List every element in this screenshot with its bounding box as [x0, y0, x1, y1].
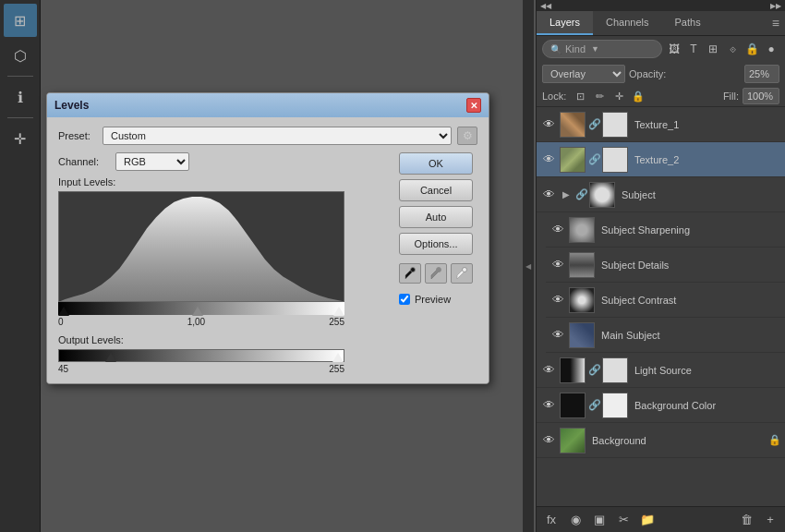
- layer-subject-sharpening[interactable]: 👁 Subject Sharpening: [546, 212, 785, 248]
- left-sidebar: ⊞ ⬡ ℹ ✛: [0, 0, 41, 532]
- svg-point-0: [411, 268, 416, 272]
- add-fx-button[interactable]: fx: [542, 511, 561, 529]
- panel-expand-right-icon[interactable]: ▶▶: [770, 2, 781, 10]
- eyedropper-icon: [455, 266, 468, 281]
- layer-thumbnail: [560, 112, 586, 138]
- filter-dot-icon[interactable]: ●: [763, 41, 779, 57]
- new-group-button[interactable]: 📁: [638, 511, 657, 529]
- layer-mask-thumbnail: [602, 393, 628, 418]
- layer-background[interactable]: 👁 Background 🔒: [537, 423, 785, 458]
- layer-name: Texture_2: [634, 154, 781, 165]
- layer-visibility-eye[interactable]: 👁: [540, 432, 557, 449]
- eyedropper-row: [399, 263, 477, 284]
- move-tool-icon[interactable]: ✛: [4, 122, 37, 155]
- gray-eyedropper-button[interactable]: [425, 263, 447, 284]
- preset-row: Preset: Custom ⚙: [58, 127, 477, 145]
- dialog-content: Channel: RGB Input Levels:: [58, 152, 477, 374]
- properties-icon[interactable]: ⬡: [4, 39, 37, 72]
- layer-background-color[interactable]: 👁 🔗 Background Color: [537, 388, 785, 423]
- layer-kind-dropdown[interactable]: 🔍 Kind ▼: [542, 40, 662, 58]
- tab-channels[interactable]: Channels: [593, 11, 661, 35]
- input-levels-label: Input Levels:: [58, 176, 390, 187]
- delete-layer-button[interactable]: 🗑: [737, 511, 755, 529]
- blend-mode-select[interactable]: Overlay: [542, 65, 625, 83]
- layer-visibility-eye[interactable]: 👁: [540, 187, 557, 203]
- lock-paint-icon[interactable]: ✏: [591, 88, 608, 104]
- panel-tabs: Layers Channels Paths ≡: [537, 11, 785, 36]
- input-slider-numbers: 0 1,00 255: [58, 317, 344, 327]
- layers-list: 👁 🔗 Texture_1 👁 🔗 Texture_2 👁 ▶ 🔗 Subjec…: [537, 107, 785, 506]
- lock-pixels-icon[interactable]: ⊡: [572, 88, 588, 104]
- tab-paths[interactable]: Paths: [662, 11, 714, 35]
- layer-visibility-eye[interactable]: 👁: [550, 292, 566, 308]
- channel-select[interactable]: RGB: [115, 152, 189, 171]
- input-max-value: 255: [329, 317, 344, 327]
- layer-link-icon: 🔗: [575, 188, 586, 200]
- output-black-slider[interactable]: [105, 353, 116, 362]
- filter-icons-row: 🖼 T ⊞ ⟐ 🔒 ●: [666, 41, 779, 57]
- layer-visibility-eye[interactable]: 👁: [540, 362, 557, 379]
- white-eyedropper-button[interactable]: [451, 263, 473, 284]
- ok-button[interactable]: OK: [399, 152, 473, 175]
- layer-subject-folder[interactable]: 👁 ▶ 🔗 Subject: [537, 177, 785, 212]
- filter-shape-icon[interactable]: ⊞: [705, 41, 721, 57]
- mid-input-slider[interactable]: [192, 307, 203, 316]
- layer-visibility-eye[interactable]: 👁: [550, 222, 566, 238]
- layer-texture1[interactable]: 👁 🔗 Texture_1: [537, 107, 785, 142]
- filter-locked-icon[interactable]: 🔒: [743, 41, 760, 57]
- clipping-mask-button[interactable]: ✂: [614, 511, 633, 529]
- output-max-value: 255: [329, 364, 344, 374]
- fill-input[interactable]: [743, 88, 779, 104]
- output-white-slider[interactable]: [332, 353, 344, 362]
- panel-menu-button[interactable]: ≡: [772, 11, 785, 35]
- adjustment-layer-button[interactable]: ▣: [590, 511, 609, 529]
- white-input-slider[interactable]: [333, 307, 344, 316]
- layer-mask-thumbnail: [602, 147, 628, 173]
- layer-visibility-eye[interactable]: 👁: [540, 116, 557, 133]
- cancel-button[interactable]: Cancel: [399, 179, 473, 201]
- layers-panel-icon[interactable]: ⊞: [4, 4, 37, 37]
- layer-thumbnail: [569, 287, 595, 313]
- options-button[interactable]: Options...: [399, 233, 473, 255]
- layer-name: Background Color: [634, 400, 781, 411]
- layer-visibility-eye[interactable]: 👁: [550, 327, 566, 344]
- opacity-label: Opacity:: [629, 68, 666, 79]
- filter-pixel-icon[interactable]: 🖼: [666, 41, 682, 57]
- filter-type-icon[interactable]: T: [685, 41, 702, 57]
- dialog-close-button[interactable]: ✕: [466, 98, 481, 113]
- folder-expand-arrow[interactable]: ▶: [560, 189, 573, 200]
- filter-smart-icon[interactable]: ⟐: [724, 41, 741, 57]
- layer-subject-details[interactable]: 👁 Subject Details: [546, 248, 785, 283]
- preset-label: Preset:: [58, 130, 97, 141]
- panel-expand-left-icon[interactable]: ◀◀: [540, 2, 551, 10]
- dialog-right-buttons: OK Cancel Auto Options...: [399, 152, 477, 374]
- lock-all-icon[interactable]: 🔒: [630, 88, 646, 104]
- svg-point-1: [437, 268, 441, 272]
- channel-row: Channel: RGB: [58, 152, 390, 171]
- histogram-svg: [59, 192, 344, 301]
- layer-texture2[interactable]: 👁 🔗 Texture_2: [537, 142, 785, 177]
- preview-checkbox[interactable]: [399, 294, 410, 305]
- black-eyedropper-button[interactable]: [399, 263, 421, 284]
- auto-button[interactable]: Auto: [399, 206, 473, 228]
- layer-main-subject[interactable]: 👁 Main Subject: [546, 318, 785, 353]
- layer-thumbnail: [569, 252, 595, 278]
- tab-layers[interactable]: Layers: [537, 11, 593, 35]
- preset-select[interactable]: Custom: [103, 127, 452, 145]
- preset-gear-button[interactable]: ⚙: [457, 127, 477, 145]
- info-icon[interactable]: ℹ: [4, 80, 37, 114]
- layer-light-source[interactable]: 👁 🔗 Light Source: [537, 353, 785, 388]
- layer-subject-contrast[interactable]: 👁 Subject Contrast: [546, 283, 785, 318]
- preview-row: Preview: [399, 294, 477, 305]
- layer-visibility-eye[interactable]: 👁: [540, 151, 557, 168]
- panel-collapse-handle[interactable]: ◀: [523, 0, 534, 532]
- new-layer-button[interactable]: +: [761, 511, 779, 529]
- add-mask-button[interactable]: ◉: [566, 511, 585, 529]
- lock-move-icon[interactable]: ✛: [610, 88, 627, 104]
- black-input-slider[interactable]: [58, 307, 69, 316]
- layer-visibility-eye[interactable]: 👁: [550, 257, 566, 273]
- layer-visibility-eye[interactable]: 👁: [540, 397, 557, 414]
- layer-name: Background: [592, 435, 766, 446]
- search-icon: 🔍: [550, 44, 562, 54]
- opacity-input[interactable]: [744, 65, 779, 83]
